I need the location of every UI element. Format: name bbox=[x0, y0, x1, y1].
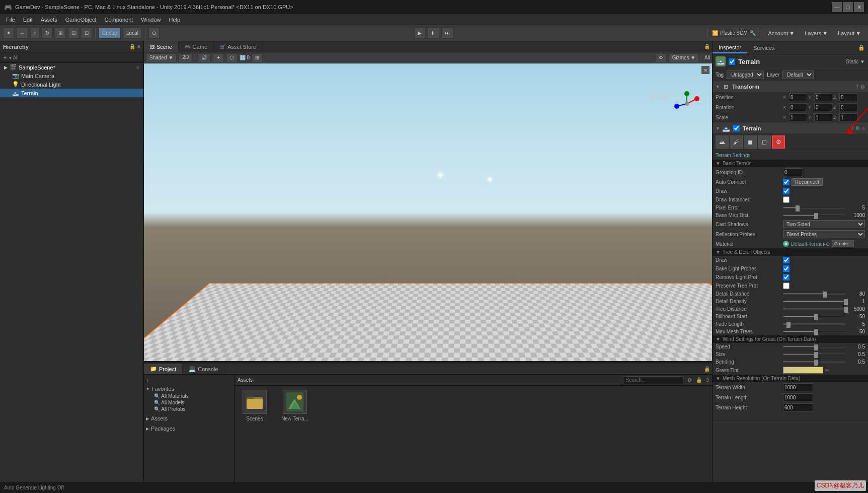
tool-rect[interactable]: ⊞ bbox=[55, 28, 66, 39]
rotation-z-input[interactable] bbox=[839, 103, 857, 111]
scene-options-button[interactable]: ⚙ bbox=[655, 53, 667, 62]
inspector-scroll[interactable]: 🗻 Terrain Static ▼ Tag Untagged Layer De… bbox=[713, 54, 868, 482]
scene-effects-button[interactable]: ✦ bbox=[213, 53, 224, 62]
tree-distance-slider[interactable] bbox=[783, 308, 845, 310]
pause-button[interactable]: ⏸ bbox=[427, 28, 439, 39]
account-dropdown[interactable]: Account ▼ bbox=[764, 29, 799, 37]
tool-transform[interactable]: ⊡ bbox=[68, 28, 79, 39]
terrain-settings-icon[interactable]: ⚙ bbox=[855, 125, 860, 131]
scene-gizmos-button[interactable]: Gizmos ▼ bbox=[669, 53, 699, 62]
hierarchy-item-samplescene[interactable]: ▶ 🎬 SampleScene* ≡ bbox=[0, 63, 143, 72]
position-y-input[interactable] bbox=[814, 93, 832, 101]
grass-tint-picker-icon[interactable]: ✏ bbox=[825, 368, 829, 373]
basic-terrain-section[interactable]: ▼ Basic Terrain bbox=[713, 160, 868, 167]
terrain-comp-header[interactable]: ▼ 🗻 Terrain ? ⚙ ≡ bbox=[713, 123, 868, 133]
hierarchy-item-maincamera[interactable]: 📷 Main Camera bbox=[0, 72, 143, 80]
plastic-scm-button[interactable]: 🔀 Plastic SCM 🔧 bbox=[707, 29, 760, 37]
panel-lock-button[interactable]: 🔒 bbox=[702, 44, 712, 49]
terrain-comp-enabled-checkbox[interactable] bbox=[733, 125, 740, 131]
asset-item-scenes[interactable]: Scenes bbox=[239, 390, 271, 421]
reconnect-button[interactable]: Reconnect bbox=[792, 178, 823, 186]
asset-options-icon[interactable]: ⚙ bbox=[687, 377, 692, 383]
mode-2d-button[interactable]: 2D bbox=[179, 53, 192, 62]
asset-search-input[interactable] bbox=[623, 376, 683, 384]
auto-connect-checkbox[interactable] bbox=[783, 179, 790, 185]
mesh-resolution-section[interactable]: ▼ Mesh Resolution (On Terrain Data) bbox=[713, 375, 868, 382]
object-enabled-checkbox[interactable] bbox=[729, 58, 735, 65]
detail-distance-slider[interactable] bbox=[783, 293, 845, 295]
menu-file[interactable]: File bbox=[2, 16, 19, 24]
tab-services[interactable]: Services bbox=[747, 43, 780, 53]
rotation-x-input[interactable] bbox=[789, 103, 807, 111]
tab-inspector[interactable]: Inspector bbox=[713, 42, 747, 53]
terrain-length-input[interactable] bbox=[783, 393, 813, 401]
terrain-tool-paint[interactable]: 🖌 bbox=[730, 135, 743, 149]
transform-settings-icon[interactable]: ⚙ bbox=[860, 84, 865, 90]
size-slider[interactable] bbox=[783, 354, 845, 355]
shading-mode-dropdown[interactable]: Shaded ▼ bbox=[146, 53, 177, 62]
tool-scale[interactable]: ↻ bbox=[42, 28, 53, 39]
layers-dropdown[interactable]: Layers ▼ bbox=[801, 29, 832, 37]
tree-detail-section[interactable]: ▼ Tree & Detail Objects bbox=[713, 248, 868, 256]
hierarchy-lock-icon[interactable]: 🔒 bbox=[129, 44, 135, 49]
menu-help[interactable]: Help bbox=[165, 16, 184, 24]
menu-gameobject[interactable]: GameObject bbox=[61, 16, 101, 24]
terrain-tool-detail[interactable]: ◻ bbox=[758, 135, 771, 149]
terrain-tool-settings[interactable]: ⚙ bbox=[772, 135, 785, 149]
scene-audio-button[interactable]: 🔊 bbox=[198, 53, 211, 62]
speed-slider[interactable] bbox=[783, 346, 845, 347]
position-z-input[interactable] bbox=[839, 93, 857, 101]
tool-extra[interactable]: ⊡ bbox=[81, 28, 92, 39]
layer-select[interactable]: Default bbox=[782, 71, 814, 79]
grouping-id-input[interactable] bbox=[783, 168, 803, 176]
step-button[interactable]: ⏭ bbox=[441, 28, 453, 39]
inspector-lock-icon[interactable]: 🔒 bbox=[855, 44, 868, 51]
assets-header[interactable]: ▶ Assets bbox=[146, 414, 232, 422]
tab-game[interactable]: 🎮 Game bbox=[179, 41, 214, 52]
cast-shadows-select[interactable]: Two Sided bbox=[783, 220, 865, 228]
asset-item-terrain[interactable]: New Terra... bbox=[279, 390, 311, 421]
rotation-y-input[interactable] bbox=[814, 103, 832, 111]
close-button[interactable]: ✕ bbox=[854, 2, 864, 12]
transform-help-icon[interactable]: ? bbox=[855, 84, 858, 90]
hierarchy-add-icon[interactable]: + bbox=[3, 53, 7, 61]
minimize-button[interactable]: — bbox=[832, 2, 842, 12]
maximize-button[interactable]: □ bbox=[843, 2, 853, 12]
bending-slider[interactable] bbox=[783, 361, 845, 363]
position-x-input[interactable] bbox=[789, 93, 807, 101]
base-map-dist-slider[interactable] bbox=[783, 215, 845, 216]
packages-header[interactable]: ▶ Packages bbox=[146, 425, 232, 433]
tab-asset-store[interactable]: 🛒 Asset Store bbox=[214, 41, 263, 52]
tool-move[interactable]: ↔ bbox=[16, 28, 28, 39]
play-button[interactable]: ▶ bbox=[414, 28, 425, 39]
material-create-button[interactable]: Create... bbox=[832, 240, 854, 247]
terrain-width-input[interactable] bbox=[783, 383, 813, 391]
hierarchy-item-terrain[interactable]: 🗻 Terrain bbox=[0, 89, 143, 97]
project-item-all-models[interactable]: 🔍 All Models bbox=[146, 399, 232, 406]
project-item-all-prefabs[interactable]: 🔍 All Prefabs bbox=[146, 406, 232, 412]
terrain-kebab-icon[interactable]: ≡ bbox=[862, 125, 865, 131]
scene-grid-button[interactable]: ⊞ bbox=[252, 53, 263, 62]
asset-lock-icon[interactable]: 🔒 bbox=[696, 377, 702, 383]
tab-scene[interactable]: 🖼 Scene bbox=[144, 41, 179, 52]
favorites-header[interactable]: ★ Favorites bbox=[146, 385, 232, 393]
scene-sky-button[interactable]: ⬡ bbox=[226, 53, 238, 62]
menu-edit[interactable]: Edit bbox=[19, 16, 37, 24]
reflection-probes-select[interactable]: Blend Probes bbox=[783, 230, 865, 238]
tool-extra2[interactable]: ⊙ bbox=[148, 28, 160, 39]
terrain-help-icon[interactable]: ? bbox=[851, 125, 854, 131]
tool-rotate[interactable]: ↕ bbox=[30, 28, 40, 39]
draw-instanced-checkbox[interactable] bbox=[783, 196, 790, 203]
tab-project[interactable]: 📁 Project bbox=[144, 364, 183, 374]
grass-tint-color[interactable] bbox=[783, 367, 823, 374]
scene-close-button[interactable]: ✕ bbox=[701, 66, 709, 74]
scale-z-input[interactable] bbox=[839, 113, 857, 121]
terrain-tool-raise[interactable]: ⛰ bbox=[716, 135, 729, 149]
transform-header[interactable]: ▼ ⊞ Transform ? ⚙ bbox=[713, 81, 868, 92]
tool-hand[interactable]: ✦ bbox=[3, 28, 14, 39]
layout-dropdown[interactable]: Layout ▼ bbox=[834, 29, 865, 37]
scene-options-icon[interactable]: ≡ bbox=[136, 64, 139, 70]
bottom-panel-lock-button[interactable]: 🔒 bbox=[702, 366, 712, 372]
menu-assets[interactable]: Assets bbox=[37, 16, 61, 24]
scale-y-input[interactable] bbox=[814, 113, 832, 121]
